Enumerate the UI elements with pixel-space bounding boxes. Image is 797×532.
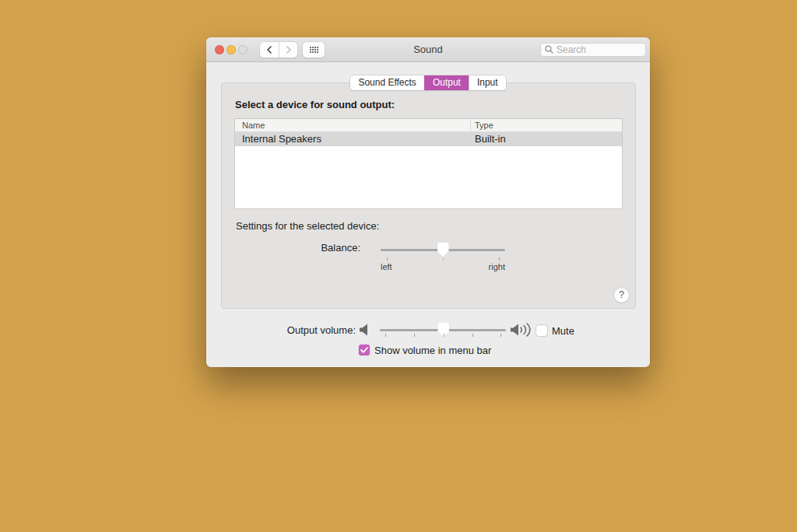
search-icon [545,43,553,57]
show-volume-checkbox[interactable] [359,345,370,355]
volume-tick [444,334,444,337]
device-table-header: Name Type [235,119,622,132]
mute-label: Mute [552,325,574,337]
balance-left-label: left [381,262,392,271]
forward-button [279,42,297,58]
chevron-right-icon [286,46,292,54]
column-header-type: Type [475,121,493,130]
window-body: Sound Effects Output Input Select a devi… [206,62,650,366]
back-button[interactable] [260,42,279,58]
device-name-cell: Internal Speakers [242,133,321,145]
titlebar[interactable]: Sound [206,37,650,62]
device-type-cell: Built-in [475,133,506,145]
tab-input[interactable]: Input [469,75,506,90]
settings-label: Settings for the selected device: [236,220,379,232]
balance-tick-left [387,257,388,261]
grid-icon [310,47,318,53]
column-header-name: Name [242,121,265,130]
column-divider [470,119,471,132]
volume-tick [385,334,386,337]
desktop: Sound [0,0,797,532]
zoom-button-disabled [238,45,248,54]
speaker-low-icon [359,324,370,339]
search-placeholder: Search [556,44,586,55]
volume-tick [472,334,473,337]
volume-tick [414,334,415,337]
chevron-left-icon [266,46,272,54]
tab-output[interactable]: Output [424,75,469,90]
search-input[interactable]: Search [540,43,646,57]
mute-checkbox[interactable] [536,325,547,336]
help-button[interactable]: ? [614,288,629,303]
speaker-high-icon [510,322,534,341]
table-row[interactable]: Internal Speakers Built-in [235,132,622,146]
tab-sound-effects[interactable]: Sound Effects [350,75,424,90]
tab-group: Sound Effects Output Input [350,75,505,90]
sound-preferences-window: Sound [206,37,650,367]
volume-slider[interactable] [380,322,506,341]
minimize-button[interactable] [226,45,236,54]
show-volume-label: Show volume in menu bar [374,345,491,356]
output-panel: Select a device for sound output: Name T… [221,82,636,309]
volume-tick [500,334,501,337]
balance-tick-center [443,257,444,261]
device-table[interactable]: Name Type Internal Speakers Built-in [234,118,623,209]
balance-tick-right [499,257,500,261]
balance-right-label: right [489,262,505,271]
show-all-button[interactable] [303,42,325,58]
select-device-label: Select a device for sound output: [235,99,395,110]
balance-slider[interactable]: left right [381,241,505,274]
output-volume-label: Output volume: [253,324,356,336]
nav-button-group [260,42,297,58]
balance-label: Balance: [222,242,360,254]
tab-bar: Sound Effects Output Input [206,75,650,90]
close-button[interactable] [215,45,224,54]
balance-slider-thumb[interactable] [437,243,449,257]
